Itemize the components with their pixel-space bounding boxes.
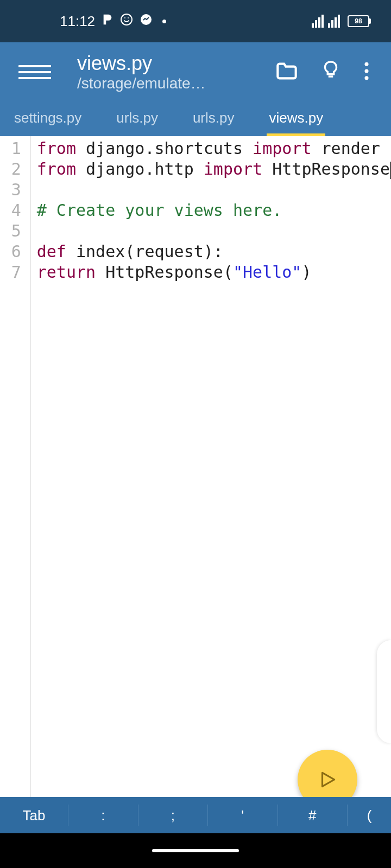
line-number: 1 <box>0 138 21 159</box>
notification-dot-icon <box>162 20 166 23</box>
hamburger-menu-icon[interactable] <box>18 65 51 79</box>
code-body[interactable]: from django.shortcuts import render from… <box>30 136 391 797</box>
toolbar-icons <box>276 60 380 84</box>
code-editor[interactable]: 1 2 3 4 5 6 7 from django.shortcuts impo… <box>0 136 391 797</box>
status-left: 11:12 <box>60 13 166 30</box>
side-handle[interactable] <box>377 640 391 743</box>
status-time: 11:12 <box>60 13 95 30</box>
play-icon <box>317 769 338 790</box>
svg-point-0 <box>121 14 132 25</box>
line-gutter: 1 2 3 4 5 6 7 <box>0 136 30 797</box>
line-number: 5 <box>0 221 21 241</box>
key-tab[interactable]: Tab <box>0 805 68 826</box>
symbol-bar: Tab : ; ' # ( <box>0 797 391 833</box>
key-hash[interactable]: # <box>278 805 348 826</box>
title-block: views.py /storage/emulate… <box>77 52 276 92</box>
code-line[interactable] <box>37 180 391 200</box>
status-right: 98 <box>312 15 369 28</box>
code-line[interactable]: return HttpResponse("Hello") <box>37 262 391 283</box>
line-number: 4 <box>0 200 21 221</box>
battery-icon: 98 <box>348 15 369 27</box>
code-line[interactable]: from django.shortcuts import render <box>37 138 391 159</box>
tab-settings[interactable]: settings.py <box>12 102 84 136</box>
folder-icon[interactable] <box>276 62 298 82</box>
svg-point-4 <box>364 76 368 80</box>
line-number: 3 <box>0 180 21 200</box>
signal-icon-2 <box>328 15 340 28</box>
svg-point-2 <box>364 62 368 66</box>
tab-bar: settings.py urls.py urls.py views.py <box>0 102 391 136</box>
key-paren[interactable]: ( <box>348 805 391 826</box>
more-vert-icon[interactable] <box>364 62 369 82</box>
nav-pill-icon[interactable] <box>152 849 239 852</box>
key-semicolon[interactable]: ; <box>138 805 209 826</box>
line-number: 7 <box>0 262 21 283</box>
tab-urls-1[interactable]: urls.py <box>114 102 160 136</box>
nav-bar[interactable] <box>0 833 391 868</box>
signal-icon <box>312 15 324 28</box>
svg-point-3 <box>364 69 368 73</box>
code-line[interactable]: # Create your views here. <box>37 200 391 221</box>
tab-views[interactable]: views.py <box>267 102 325 136</box>
line-number: 6 <box>0 241 21 262</box>
file-title: views.py <box>77 52 276 75</box>
key-quote[interactable]: ' <box>208 805 278 826</box>
tab-urls-2[interactable]: urls.py <box>191 102 237 136</box>
lightbulb-icon[interactable] <box>321 60 340 84</box>
code-line[interactable] <box>37 221 391 241</box>
file-path: /storage/emulate… <box>77 75 276 92</box>
code-line[interactable]: def index(request): <box>37 241 391 262</box>
app-bar: views.py /storage/emulate… <box>0 42 391 102</box>
whatsapp-icon <box>120 13 133 29</box>
line-number: 2 <box>0 159 21 180</box>
status-bar: 11:12 98 <box>0 0 391 42</box>
code-line[interactable]: from django.http import HttpResponse <box>37 159 391 180</box>
key-colon[interactable]: : <box>68 805 138 826</box>
pandora-icon <box>102 14 113 29</box>
messenger-icon <box>140 13 153 29</box>
